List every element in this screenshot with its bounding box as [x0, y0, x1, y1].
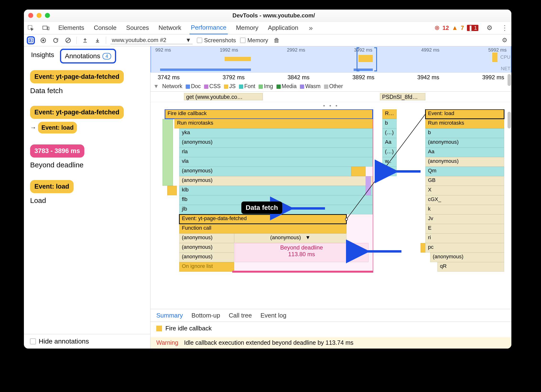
sidebar-tabs: Insights Annotations 4: [24, 46, 150, 66]
flame-entry[interactable]: Qm: [425, 167, 504, 176]
flame-entry[interactable]: Aa: [382, 138, 397, 148]
flame-entry[interactable]: cGX_: [425, 195, 504, 205]
tab-memory[interactable]: Memory: [234, 22, 260, 34]
flame-entry[interactable]: (…): [382, 148, 397, 157]
flame-entry[interactable]: [162, 119, 173, 186]
flame-entry[interactable]: b: [425, 128, 504, 138]
status-counters[interactable]: ⊗ 12 ▲ 7 ❚ 1: [434, 24, 478, 32]
annotation-item[interactable]: 3783 - 3896 ms Beyond deadline: [30, 144, 144, 169]
flame-entry[interactable]: [421, 243, 426, 253]
network-lane[interactable]: get (www.youtube.co… PSDnSI_8fd…: [151, 92, 511, 102]
gc-button[interactable]: [272, 36, 281, 44]
flame-entry[interactable]: ri: [425, 233, 504, 243]
annotation-item[interactable]: Event: yt-page-data-fetched → Event: loa…: [30, 106, 144, 133]
trace-select[interactable]: www.youtube.com #2 ▼: [110, 36, 193, 44]
flame-entry[interactable]: pc: [425, 243, 504, 253]
record-button[interactable]: [39, 36, 47, 44]
tab-elements[interactable]: Elements: [57, 22, 86, 34]
tab-application[interactable]: Application: [266, 22, 300, 34]
more-tabs-icon[interactable]: »: [307, 24, 315, 32]
upload-button[interactable]: [81, 36, 89, 44]
flame-entry[interactable]: qR: [437, 262, 504, 272]
dtab-bottomup[interactable]: Bottom-up: [191, 312, 220, 319]
scrollbar[interactable]: [508, 74, 511, 86]
flame-entry[interactable]: [167, 186, 177, 195]
flame-entry[interactable]: [366, 176, 371, 195]
tab-performance[interactable]: Performance: [189, 21, 228, 34]
inspect-icon[interactable]: [26, 24, 35, 32]
flame-entry[interactable]: Function call: [179, 224, 346, 233]
flame-entry[interactable]: (anonymous) ▼: [234, 233, 346, 243]
screenshots-checkbox[interactable]: Screenshots: [197, 37, 236, 44]
flame-entry[interactable]: (anonymous): [179, 138, 373, 148]
flame-entry[interactable]: X: [425, 186, 504, 195]
kebab-icon[interactable]: ⋮: [500, 24, 509, 32]
overview-minimap[interactable]: 992 ms 1992 ms 2992 ms 3992 ms 4992 ms 5…: [151, 46, 511, 73]
tab-network[interactable]: Network: [157, 22, 183, 34]
flame-entry-annotated[interactable]: Event: load: [425, 109, 504, 119]
flame-entry[interactable]: vla: [179, 157, 373, 167]
perf-settings-icon[interactable]: ⚙: [500, 36, 509, 44]
flame-entry[interactable]: k: [425, 205, 504, 214]
memory-checkbox[interactable]: Memory: [240, 37, 268, 44]
device-icon[interactable]: [42, 24, 50, 32]
toggle-sidebar-button[interactable]: [27, 36, 35, 44]
sidebar-tab-insights[interactable]: Insights: [27, 49, 58, 64]
dtab-eventlog[interactable]: Event log: [260, 312, 286, 319]
collapse-icon[interactable]: ▼: [153, 83, 159, 90]
flame-entry[interactable]: [351, 167, 366, 176]
flame-entry[interactable]: R…: [382, 109, 397, 119]
flame-entry[interactable]: (anonymous): [179, 253, 234, 262]
flame-entry[interactable]: Jv: [425, 214, 504, 224]
sidebar-footer: Hide annotations: [24, 334, 150, 349]
flame-entry[interactable]: (anonymous): [430, 253, 504, 262]
tab-console[interactable]: Console: [92, 22, 118, 34]
flame-entry[interactable]: GB: [425, 176, 504, 186]
traffic-lights: [28, 13, 50, 18]
flame-entry[interactable]: (anonymous): [179, 233, 234, 243]
tab-sources[interactable]: Sources: [125, 22, 150, 34]
close-window[interactable]: [28, 13, 33, 18]
flame-entry[interactable]: klb: [179, 186, 373, 195]
flame-entry[interactable]: Aa: [425, 148, 504, 157]
flame-entry[interactable]: Run microtasks: [425, 119, 504, 128]
flame-entry[interactable]: (anonymous): [425, 138, 504, 148]
annotation-item[interactable]: Event: yt-page-data-fetched Data fetch: [30, 70, 144, 95]
flame-entry[interactable]: On ignore list: [179, 262, 234, 272]
collapsed-indicator[interactable]: • • •: [151, 102, 511, 109]
flame-entry[interactable]: w..: [382, 157, 397, 167]
performance-panel: 992 ms 1992 ms 2992 ms 3992 ms 4992 ms 5…: [151, 46, 511, 349]
flame-chart[interactable]: Fire idle callback Run microtasks yka (a…: [151, 109, 511, 309]
zoom-window[interactable]: [45, 13, 50, 18]
minimize-window[interactable]: [37, 13, 42, 18]
download-button[interactable]: [93, 36, 102, 44]
clear-button[interactable]: [64, 36, 72, 44]
annotation-label: Load: [30, 196, 144, 205]
sidebar-tab-annotations[interactable]: Annotations 4: [60, 49, 116, 64]
dropdown-icon: ▼: [185, 37, 191, 43]
deadline-annotation[interactable]: Beyond deadline 113.80 ms: [235, 243, 368, 262]
timeline-ruler[interactable]: 3742 ms 3792 ms 3842 ms 3892 ms 3942 ms …: [151, 73, 511, 92]
flame-entry[interactable]: Run microtasks: [174, 119, 373, 128]
flame-entry[interactable]: yka: [179, 128, 373, 138]
flame-entry[interactable]: rla: [179, 148, 373, 157]
settings-icon[interactable]: ⚙: [485, 24, 494, 32]
annotation-item[interactable]: Event: load Load: [30, 180, 144, 205]
dtab-summary[interactable]: Summary: [156, 312, 183, 319]
flame-entry[interactable]: E: [425, 224, 504, 233]
flame-entry[interactable]: (anonymous): [179, 176, 373, 186]
flame-entry[interactable]: (anonymous): [179, 167, 351, 176]
flame-entry[interactable]: (anonymous): [425, 157, 504, 167]
flame-entry[interactable]: (…): [382, 128, 397, 138]
network-request[interactable]: PSDnSI_8fd…: [380, 93, 425, 100]
scrollbar[interactable]: [508, 112, 511, 128]
sidebar: Insights Annotations 4 Event: yt-page-da…: [24, 46, 151, 349]
flame-entry-annotated[interactable]: Event: yt-page-data-fetched: [179, 214, 346, 224]
flame-entry[interactable]: b: [382, 119, 397, 128]
reload-record-button[interactable]: [52, 36, 60, 44]
dtab-calltree[interactable]: Call tree: [229, 312, 252, 319]
flame-entry[interactable]: Fire idle callback: [165, 109, 373, 119]
flame-entry[interactable]: (anonymous): [179, 243, 234, 253]
hide-annotations-checkbox[interactable]: [30, 339, 36, 344]
network-request[interactable]: get (www.youtube.co…: [184, 93, 263, 100]
